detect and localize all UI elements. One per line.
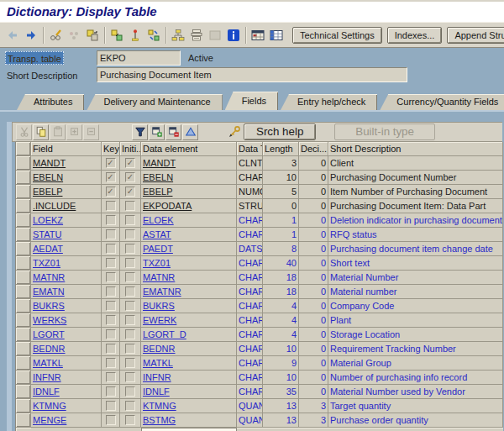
data-element-link[interactable]: BEDNR [143, 343, 176, 355]
cell-data-type-text: CHAR [239, 343, 263, 355]
header-decimals[interactable]: Deci... [299, 142, 328, 156]
transp-table-label[interactable]: Transp. table [5, 51, 64, 65]
field-link[interactable]: STATU [33, 229, 61, 241]
header-short-description[interactable]: Short Description [328, 142, 503, 156]
print-icon[interactable] [187, 26, 206, 45]
runtime-object-icon[interactable] [249, 26, 267, 45]
header-data-type[interactable]: Data T... [237, 142, 263, 156]
data-element-link[interactable]: MATNR [143, 271, 175, 284]
table-contents-icon[interactable] [267, 26, 286, 45]
insert-row-icon[interactable] [149, 124, 165, 140]
copy-object-icon[interactable] [83, 26, 102, 45]
data-element-link[interactable]: EWERK [143, 314, 176, 327]
field-link[interactable]: EBELN [33, 171, 63, 184]
row-selector[interactable] [16, 356, 31, 371]
row-selector[interactable] [16, 313, 31, 328]
cell-length-text: 8 [291, 243, 297, 255]
field-link[interactable]: EMATN [33, 286, 65, 298]
field-link[interactable]: LGORT [33, 329, 65, 341]
information-icon[interactable] [224, 26, 243, 45]
field-link[interactable]: INFNR [33, 371, 61, 384]
row-selector[interactable] [16, 342, 31, 356]
field-link[interactable]: TXZ01 [33, 257, 60, 270]
field-link[interactable]: LOEKZ [33, 214, 63, 227]
activate-icon[interactable] [126, 26, 144, 45]
hierarchy-icon[interactable] [169, 26, 187, 45]
data-element-link[interactable]: ASTAT [143, 229, 171, 241]
tab-attributes[interactable]: Attributes [17, 94, 84, 110]
field-link[interactable]: EBELP [33, 186, 62, 198]
display-change-icon[interactable] [46, 26, 65, 45]
transp-table-input[interactable] [97, 50, 181, 66]
row-selector[interactable] [16, 242, 31, 256]
data-element-link[interactable]: INFNR [143, 371, 171, 384]
data-element-link[interactable]: LGORT_D [143, 329, 186, 341]
field-link[interactable]: KTMNG [33, 400, 66, 413]
header-field[interactable]: Field [31, 142, 102, 156]
field-link[interactable]: MANDT [33, 157, 66, 170]
cell-decimals-text: 0 [321, 343, 326, 355]
row-selector[interactable] [16, 271, 31, 285]
data-element-link[interactable]: IDNLF [143, 386, 170, 398]
append-structure-button[interactable]: Append Structure... [447, 27, 504, 44]
data-element-link[interactable]: ELOEK [143, 214, 174, 227]
field-link[interactable]: BEDNR [33, 343, 66, 355]
row-selector[interactable] [16, 199, 31, 213]
technical-settings-button[interactable]: Technical Settings [292, 27, 382, 44]
short-description-input[interactable] [97, 67, 407, 82]
row-selector[interactable] [16, 399, 31, 413]
row-selector[interactable] [16, 413, 31, 428]
data-element-link[interactable]: BUKRS [143, 300, 175, 313]
copy-icon[interactable] [33, 124, 49, 140]
fields-table: Field Key Initi... Data element Data T..… [15, 142, 502, 431]
header-selector-cell[interactable] [16, 142, 31, 156]
compare-icon[interactable] [108, 26, 126, 45]
data-element-link[interactable]: EKPODATA [143, 200, 192, 213]
row-selector[interactable] [16, 156, 31, 171]
row-selector[interactable] [16, 371, 31, 385]
data-element-link[interactable]: TXZ01 [143, 257, 171, 270]
row-selector[interactable] [16, 213, 31, 228]
field-link[interactable]: MENGE [33, 414, 66, 427]
data-element-link[interactable]: MANDT [143, 157, 176, 170]
field-link[interactable]: WERKS [33, 314, 66, 327]
field-link[interactable]: AEDAT [33, 243, 63, 255]
data-element-link[interactable]: MATKL [143, 357, 173, 370]
row-selector[interactable] [16, 256, 31, 271]
data-element-link[interactable]: EMATNR [143, 286, 181, 298]
back-icon[interactable] [3, 26, 22, 45]
field-link[interactable]: IDNLF [33, 386, 60, 398]
row-selector[interactable] [16, 299, 31, 313]
filter-icon[interactable] [132, 124, 148, 140]
cell-data-type: CHAR [237, 328, 263, 342]
data-element-link[interactable]: BSTMG [143, 414, 176, 427]
header-init[interactable]: Initi... [120, 142, 141, 156]
data-element-link[interactable]: EBELP [143, 186, 172, 198]
tab-currency-quantity-fields[interactable]: Currency/Quantity Fields [380, 94, 504, 110]
header-length[interactable]: Length [263, 142, 299, 156]
data-element-link[interactable]: KTMNG [143, 400, 176, 413]
row-selector[interactable] [16, 285, 31, 299]
tab-fields[interactable]: Fields [225, 92, 278, 110]
data-element-link[interactable]: PAEDT [143, 243, 173, 255]
data-element-link[interactable]: EBELN [143, 171, 173, 184]
header-key[interactable]: Key [102, 142, 120, 156]
header-data-element[interactable]: Data element [141, 142, 237, 156]
row-selector[interactable] [16, 171, 31, 185]
delete-row-icon[interactable] [165, 124, 181, 140]
indexes-button[interactable]: Indexes... [387, 27, 443, 44]
where-used-icon[interactable] [144, 26, 163, 45]
field-link[interactable]: .INCLUDE [33, 200, 76, 213]
move-up-icon[interactable] [182, 124, 198, 140]
tab-delivery-and-maintenance[interactable]: Delivery and Maintenance [87, 94, 222, 110]
row-selector[interactable] [16, 328, 31, 342]
tab-entry-help-check[interactable]: Entry help/check [281, 94, 377, 110]
field-link[interactable]: MATNR [33, 271, 65, 284]
row-selector[interactable] [16, 185, 31, 199]
row-selector[interactable] [16, 228, 31, 242]
field-link[interactable]: BUKRS [33, 300, 65, 313]
row-selector[interactable] [16, 385, 31, 399]
srch-help-button[interactable]: Srch help [244, 124, 316, 140]
field-link[interactable]: MATKL [33, 357, 63, 370]
forward-icon[interactable] [22, 26, 40, 45]
